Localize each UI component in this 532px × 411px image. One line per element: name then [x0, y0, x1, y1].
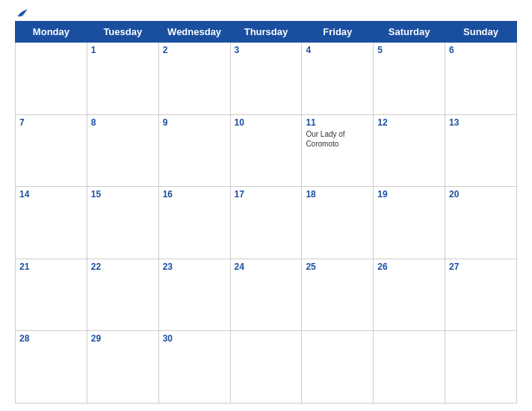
day-number: 6: [449, 45, 513, 55]
calendar-cell: 13: [445, 114, 517, 187]
day-number: 24: [235, 262, 298, 272]
day-number: 30: [163, 333, 226, 344]
day-number: 28: [19, 333, 83, 344]
calendar-cell: [374, 331, 445, 404]
logo-bird-icon: [16, 7, 28, 18]
calendar-cell: 30: [158, 331, 230, 404]
calendar-cell: 11Our Lady of Coromoto: [302, 114, 374, 187]
calendar-cell: 14: [16, 187, 87, 259]
calendar-cell: 7: [16, 114, 87, 187]
day-number: 27: [449, 262, 513, 272]
calendar-cell: 3: [230, 43, 302, 115]
day-number: 8: [91, 117, 155, 128]
calendar-cell: [302, 331, 374, 404]
calendar-cell: 24: [230, 259, 302, 331]
calendar-cell: 25: [302, 259, 374, 331]
calendar-cell: 26: [374, 259, 445, 331]
calendar-cell: 21: [16, 259, 87, 331]
page-header: [15, 7, 517, 18]
weekday-header-saturday: Saturday: [374, 22, 445, 43]
day-number: 25: [306, 262, 369, 272]
weekday-header-friday: Friday: [302, 22, 374, 43]
day-number: 26: [377, 262, 441, 272]
holiday-label: Our Lady of Coromoto: [306, 129, 369, 149]
calendar-cell: 12: [374, 114, 445, 187]
calendar-cell: 4: [302, 43, 374, 115]
calendar-cell: 10: [230, 114, 302, 187]
day-number: 4: [306, 45, 369, 55]
calendar-cell: 27: [445, 259, 517, 331]
calendar-cell: 8: [87, 114, 158, 187]
logo-blue-text: [15, 7, 28, 18]
week-row-4: 21222324252627: [16, 259, 517, 331]
calendar-cell: 18: [302, 187, 374, 259]
day-number: 9: [163, 117, 226, 128]
calendar-cell: 28: [16, 331, 87, 404]
day-number: 20: [449, 189, 513, 200]
calendar-cell: 16: [158, 187, 230, 259]
week-row-2: 7891011Our Lady of Coromoto1213: [16, 114, 517, 187]
day-number: 3: [235, 45, 298, 55]
calendar-cell: 29: [87, 331, 158, 404]
calendar-cell: 9: [158, 114, 230, 187]
day-number: 18: [306, 189, 369, 200]
calendar-cell: 5: [374, 43, 445, 115]
day-number: 22: [91, 262, 155, 272]
week-row-5: 282930: [16, 331, 517, 404]
day-number: 29: [91, 333, 155, 344]
day-number: 13: [449, 117, 513, 128]
day-number: 14: [19, 189, 83, 200]
day-number: 23: [163, 262, 226, 272]
week-row-3: 14151617181920: [16, 187, 517, 259]
week-row-1: 123456: [16, 43, 517, 115]
calendar-cell: 23: [158, 259, 230, 331]
calendar-cell: 6: [445, 43, 517, 115]
calendar-cell: [16, 43, 87, 115]
calendar-cell: 20: [445, 187, 517, 259]
day-number: 16: [163, 189, 226, 200]
day-number: 2: [163, 45, 226, 55]
weekday-header-row: MondayTuesdayWednesdayThursdayFridaySatu…: [16, 22, 517, 43]
weekday-header-thursday: Thursday: [230, 22, 302, 43]
day-number: 19: [377, 189, 441, 200]
calendar-cell: 19: [374, 187, 445, 259]
calendar-cell: 2: [158, 43, 230, 115]
day-number: 10: [235, 117, 298, 128]
calendar-table: MondayTuesdayWednesdayThursdayFridaySatu…: [15, 21, 517, 404]
day-number: 12: [377, 117, 441, 128]
country-label: [457, 7, 517, 10]
calendar-cell: [230, 331, 302, 404]
weekday-header-tuesday: Tuesday: [87, 22, 158, 43]
calendar-cell: [445, 331, 517, 404]
day-number: 15: [91, 189, 155, 200]
day-number: 7: [19, 117, 83, 128]
weekday-header-monday: Monday: [16, 22, 87, 43]
day-number: 17: [235, 189, 298, 200]
weekday-header-sunday: Sunday: [445, 22, 517, 43]
day-number: 21: [19, 262, 83, 272]
calendar-cell: 15: [87, 187, 158, 259]
day-number: 1: [91, 45, 155, 55]
weekday-header-wednesday: Wednesday: [158, 22, 230, 43]
calendar-cell: 17: [230, 187, 302, 259]
day-number: 11: [306, 117, 369, 128]
day-number: 5: [377, 45, 441, 55]
logo: [15, 7, 75, 18]
calendar-cell: 1: [87, 43, 158, 115]
calendar-cell: 22: [87, 259, 158, 331]
